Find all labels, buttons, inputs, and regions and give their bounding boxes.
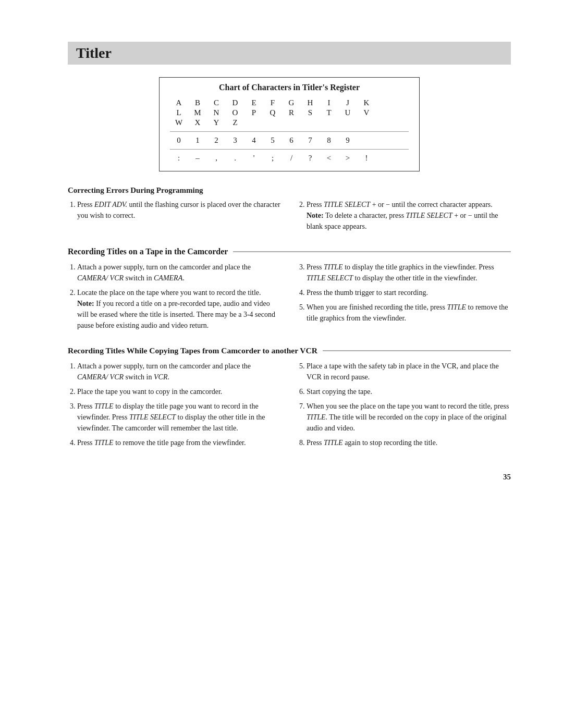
char-cell: 8 [320, 136, 339, 145]
char-cell: 9 [339, 136, 358, 145]
char-cell: Q [264, 108, 283, 117]
char-cell: O [226, 108, 245, 117]
char-cell: U [339, 108, 358, 117]
char-cell: , [207, 154, 226, 163]
char-cell: E [245, 98, 264, 107]
list-item: Locate the place on the tape where you w… [77, 287, 282, 331]
char-cell: V [358, 108, 376, 117]
char-cell: ' [245, 154, 264, 163]
char-cell: B [189, 98, 207, 107]
section2-heading: Recording Titles on a Tape in the Camcor… [68, 247, 511, 256]
char-cell: T [320, 108, 339, 117]
char-cell: – [189, 154, 207, 163]
char-cell: N [207, 108, 226, 117]
char-cell: P [245, 108, 264, 117]
char-cell: Z [226, 118, 245, 127]
char-cell: Y [207, 118, 226, 127]
section2-col1: Attach a power supply, turn on the camco… [68, 262, 282, 335]
list-item: Place the tape you want to copy in the c… [77, 386, 282, 397]
char-cell: ? [301, 154, 320, 163]
list-item: Press TITLE SELECT + or − until the corr… [307, 199, 511, 232]
char-cell: < [320, 154, 339, 163]
char-cell: F [264, 98, 283, 107]
char-cell: X [189, 118, 207, 127]
char-cell: J [339, 98, 358, 107]
char-cell: K [358, 98, 376, 107]
char-cell: 6 [283, 136, 301, 145]
char-cell: C [207, 98, 226, 107]
char-cell: L [170, 108, 189, 117]
char-cell: > [339, 154, 358, 163]
char-cell: R [283, 108, 301, 117]
section1-col2: Press TITLE SELECT + or − until the corr… [297, 199, 511, 236]
char-cell: 2 [207, 136, 226, 145]
char-cell: 3 [226, 136, 245, 145]
char-table: Chart of Characters in Titler's Register… [159, 77, 420, 171]
list-item: Press EDIT ADV. until the flashing curso… [77, 199, 282, 221]
section3-content: Attach a power supply, turn on the camco… [68, 361, 511, 452]
char-rows: A B C D E F G H I J K L M N O P Q R S T … [170, 98, 409, 127]
char-cell: S [301, 108, 320, 117]
section3-col1: Attach a power supply, turn on the camco… [68, 361, 282, 452]
char-cell: ! [358, 154, 376, 163]
char-cell: 7 [301, 136, 320, 145]
char-table-title: Chart of Characters in Titler's Register [170, 83, 409, 92]
char-cell: ; [264, 154, 283, 163]
char-row-3: W X Y Z [170, 118, 409, 127]
list-item: Press TITLE to display the title graphic… [307, 262, 511, 283]
list-item: When you see the place on the tape you w… [307, 401, 511, 434]
page-number: 35 [68, 473, 511, 482]
char-cell: / [283, 154, 301, 163]
section1-heading: Correcting Errors During Programming [68, 186, 511, 195]
char-cell: W [170, 118, 189, 127]
section3-col2: Place a tape with the safety tab in plac… [297, 361, 511, 452]
section1-col1: Press EDIT ADV. until the flashing curso… [68, 199, 282, 236]
char-cell: 4 [245, 136, 264, 145]
list-item: Press the thumb trigger to start recordi… [307, 287, 511, 298]
char-cell: . [226, 154, 245, 163]
char-cell: A [170, 98, 189, 107]
char-row-1: A B C D E F G H I J K [170, 98, 409, 107]
section2-content: Attach a power supply, turn on the camco… [68, 262, 511, 335]
char-cell: H [301, 98, 320, 107]
list-item: Press TITLE again to stop recording the … [307, 437, 511, 448]
char-cell: 1 [189, 136, 207, 145]
list-item: When you are finished recording the titl… [307, 302, 511, 324]
list-item: Attach a power supply, turn on the camco… [77, 262, 282, 283]
char-numbers-row: 0 1 2 3 4 5 6 7 8 9 [170, 136, 409, 145]
char-cell: 0 [170, 136, 189, 145]
char-row-2: L M N O P Q R S T U V [170, 108, 409, 117]
section2-col2: Press TITLE to display the title graphic… [297, 262, 511, 335]
char-cell: M [189, 108, 207, 117]
char-cell: : [170, 154, 189, 163]
char-symbols-row: : – , . ' ; / ? < > ! [170, 154, 409, 163]
char-cell: 5 [264, 136, 283, 145]
char-cell: I [320, 98, 339, 107]
list-item: Place a tape with the safety tab in plac… [307, 361, 511, 382]
list-item: Press TITLE to display the title page yo… [77, 401, 282, 434]
section1-content: Press EDIT ADV. until the flashing curso… [68, 199, 511, 236]
char-cell: D [226, 98, 245, 107]
char-cell: G [283, 98, 301, 107]
page-title: Titler [68, 42, 511, 65]
list-item: Press TITLE to remove the title page fro… [77, 437, 282, 448]
list-item: Attach a power supply, turn on the camco… [77, 361, 282, 382]
list-item: Start copying the tape. [307, 386, 511, 397]
section3-heading: Recording Titles While Copying Tapes fro… [68, 346, 511, 355]
